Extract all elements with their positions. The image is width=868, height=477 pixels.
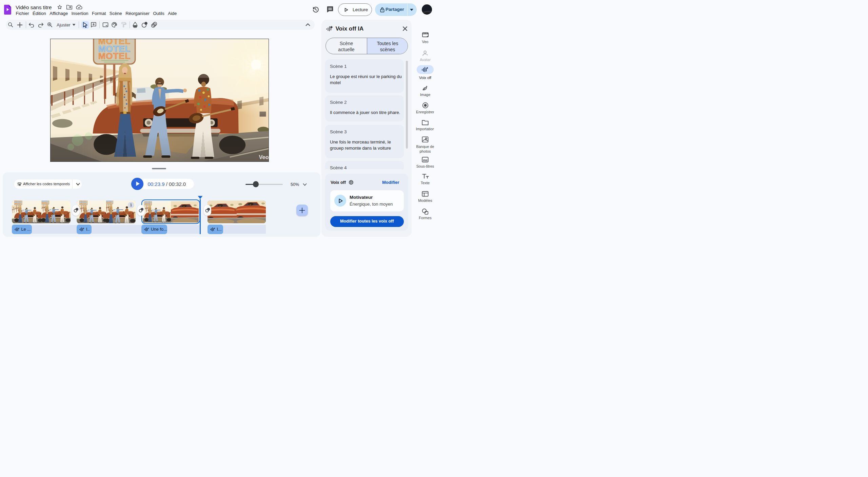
svg-text:Veo: Veo <box>259 154 268 160</box>
